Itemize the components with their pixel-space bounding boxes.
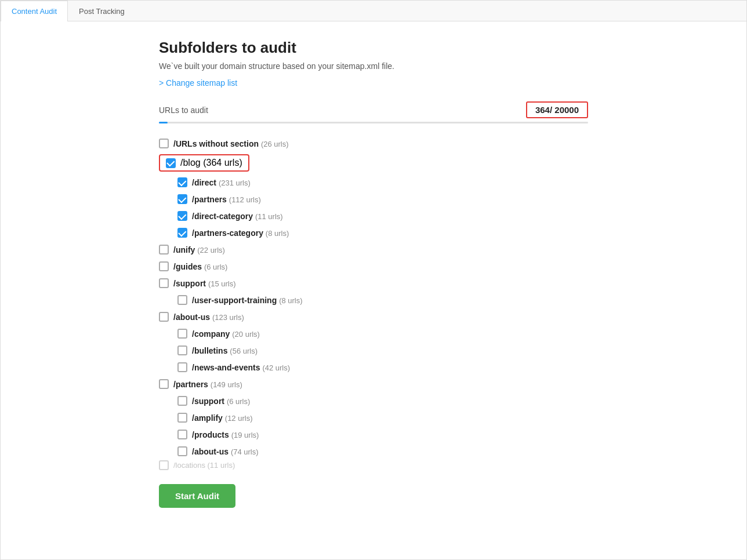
folder-list: /URLs without section (26 urls) /blog (3… (159, 135, 588, 470)
folder-item-direct: /direct (231 urls) (159, 174, 588, 191)
progress-bar (159, 122, 588, 123)
checkbox-amplify[interactable] (177, 413, 187, 423)
checkbox-unify[interactable] (159, 245, 169, 254)
folder-name-support: /support (15 urls) (173, 279, 236, 288)
folder-item-support: /support (15 urls) (159, 275, 588, 292)
urls-audit-label: URLs to audit (159, 106, 208, 115)
folder-name-user-support-training: /user-support-training (8 urls) (192, 296, 303, 305)
folder-name-bulletins: /bulletins (56 urls) (192, 346, 258, 355)
start-audit-button[interactable]: Start Audit (159, 484, 235, 508)
checkbox-support[interactable] (159, 278, 169, 288)
folder-name-partners: /partners (112 urls) (192, 195, 261, 204)
folder-item-partners-category: /partners-category (8 urls) (159, 224, 588, 241)
page-subtitle: We`ve built your domain structure based … (159, 61, 588, 71)
main-content: Subfolders to audit We`ve built your dom… (124, 21, 623, 543)
checkbox-about-us[interactable] (159, 312, 169, 322)
app-container: Content Audit Post Tracking Subfolders t… (0, 0, 747, 560)
progress-bar-fill (159, 122, 168, 123)
folder-item-partners: /partners (112 urls) (159, 191, 588, 208)
folder-item: /URLs without section (26 urls) (159, 135, 588, 152)
folder-name-partners-category: /partners-category (8 urls) (192, 228, 289, 238)
checkbox-news-and-events[interactable] (177, 362, 187, 372)
change-sitemap-link[interactable]: > Change sitemap list (159, 78, 237, 88)
scroll-hint-row: /locations (11 urls) (159, 460, 588, 470)
checkbox-urls-without-section[interactable] (159, 139, 169, 148)
folder-name-unify: /unify (22 urls) (173, 245, 225, 254)
folder-item-guides: /guides (6 urls) (159, 258, 588, 275)
folder-item-amplify: /amplify (12 urls) (159, 409, 588, 426)
folder-item-about-us-sub: /about-us (74 urls) (159, 443, 588, 460)
urls-audit-count: 364/ 20000 (526, 101, 588, 118)
folder-name-blog: /blog (364 urls) (180, 158, 242, 168)
folder-item-about-us: /about-us (123 urls) (159, 308, 588, 325)
urls-audit-row: URLs to audit 364/ 20000 (159, 101, 588, 118)
checkbox-bulletins[interactable] (177, 346, 187, 355)
folder-name-guides: /guides (6 urls) (173, 262, 227, 271)
checkbox-partners-category[interactable] (177, 228, 187, 238)
tabs-bar: Content Audit Post Tracking (1, 1, 746, 21)
folder-name-partners-top: /partners (149 urls) (173, 380, 242, 389)
folder-name-support-sub: /support (6 urls) (192, 397, 250, 406)
folder-name-about-us: /about-us (123 urls) (173, 312, 244, 322)
checkbox-partners-top[interactable] (159, 379, 169, 389)
blog-highlighted-row: /blog (364 urls) (159, 154, 249, 172)
folder-item-company: /company (20 urls) (159, 325, 588, 342)
folder-name-company: /company (20 urls) (192, 329, 260, 339)
checkbox-user-support-training[interactable] (177, 295, 187, 305)
folder-item-partners-top: /partners (149 urls) (159, 376, 588, 392)
folder-name-amplify: /amplify (12 urls) (192, 413, 252, 423)
folder-name-direct-category: /direct-category (11 urls) (192, 212, 283, 221)
checkbox-support-sub[interactable] (177, 396, 187, 406)
checkbox-about-us-sub[interactable] (177, 446, 187, 456)
tab-post-tracking[interactable]: Post Tracking (68, 1, 136, 21)
folder-item-user-support-training: /user-support-training (8 urls) (159, 292, 588, 308)
folder-item-bulletins: /bulletins (56 urls) (159, 342, 588, 359)
folder-name-news-and-events: /news-and-events (42 urls) (192, 363, 290, 372)
checkbox-blog[interactable] (166, 158, 176, 168)
checkbox-partners[interactable] (177, 194, 187, 204)
folder-name-products: /products (19 urls) (192, 430, 259, 439)
folder-name-direct: /direct (231 urls) (192, 178, 251, 187)
folder-item-products: /products (19 urls) (159, 426, 588, 443)
checkbox-company[interactable] (177, 329, 187, 339)
folder-item-news-and-events: /news-and-events (42 urls) (159, 359, 588, 376)
checkbox-guides[interactable] (159, 261, 169, 271)
folder-item-support-sub: /support (6 urls) (159, 392, 588, 409)
page-title: Subfolders to audit (159, 39, 588, 57)
folder-name: /URLs without section (26 urls) (173, 139, 289, 148)
folder-item-unify: /unify (22 urls) (159, 241, 588, 258)
tab-content-audit[interactable]: Content Audit (1, 1, 68, 21)
checkbox-direct-category[interactable] (177, 211, 187, 221)
checkbox-products[interactable] (177, 430, 187, 439)
folder-item-direct-category: /direct-category (11 urls) (159, 208, 588, 224)
checkbox-hidden (159, 460, 169, 470)
folder-name-about-us-sub: /about-us (74 urls) (192, 447, 259, 456)
checkbox-direct[interactable] (177, 177, 187, 187)
